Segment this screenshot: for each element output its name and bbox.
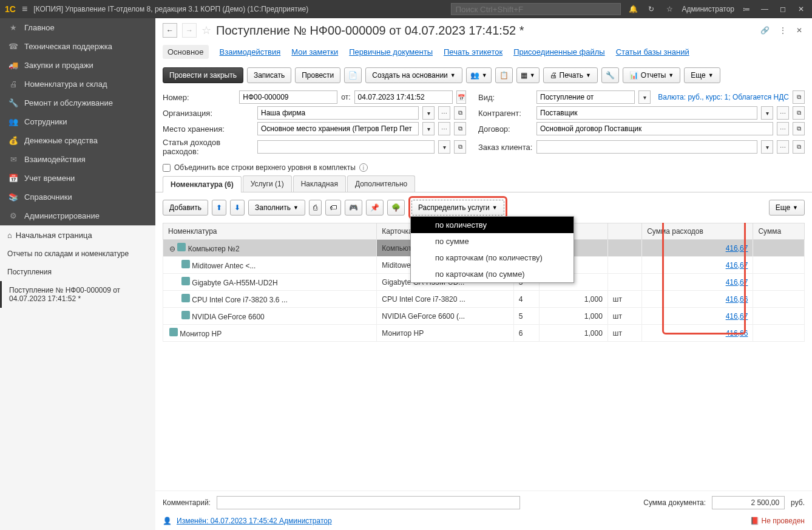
comment-input[interactable]	[217, 496, 520, 509]
settings-bars-icon[interactable]: ≔	[740, 5, 753, 13]
tools-icon-button[interactable]: 🔧	[601, 67, 619, 83]
contract-input[interactable]	[536, 122, 773, 135]
sidebar-item-6[interactable]: 💰Денежные средства	[0, 131, 155, 150]
st-open-icon[interactable]: ⧉	[454, 122, 466, 135]
kebab-icon[interactable]: ⋮	[777, 26, 789, 35]
col-header-6[interactable]: Сумма	[753, 223, 805, 240]
history-icon[interactable]: ↻	[645, 5, 657, 13]
fill-button[interactable]: Заполнить ▼	[248, 200, 305, 216]
expense-link[interactable]: 416,67	[726, 244, 748, 253]
menu-icon[interactable]: ≡	[22, 4, 27, 15]
info-icon[interactable]: i	[359, 163, 368, 172]
expand-icon[interactable]: ⧉	[793, 90, 805, 104]
move-down-button[interactable]: ⬇	[230, 200, 245, 216]
home-link[interactable]: ⌂ Начальная страница	[0, 226, 155, 245]
dropdown-item-1[interactable]: по сумме	[411, 233, 573, 250]
back-button[interactable]: ←	[163, 23, 177, 38]
linktab-2[interactable]: Мои заметки	[291, 47, 338, 56]
star-icon[interactable]: ☆	[663, 5, 675, 13]
sidebar-sub-2[interactable]: Поступление № НФ00-000009 от 04.07.2023 …	[0, 281, 155, 308]
col-header-4[interactable]	[607, 223, 641, 240]
tag-button[interactable]: 🏷	[325, 200, 341, 216]
ct-open-icon[interactable]: ⧉	[793, 122, 805, 135]
global-search-input[interactable]	[451, 3, 621, 15]
move-up-button[interactable]: ⬆	[212, 200, 226, 216]
reports-button[interactable]: 📊 Отчеты ▼	[623, 67, 680, 83]
sidebar-item-1[interactable]: ☎Техническая поддержка	[0, 37, 155, 56]
save-button[interactable]: Записать	[247, 67, 291, 83]
table-row[interactable]: Монитор HPМонитор HP61,000шт416,66	[163, 325, 805, 342]
linktab-5[interactable]: Присоединенные файлы	[513, 47, 605, 56]
print-button[interactable]: 🖨 Печать ▼	[543, 67, 598, 83]
sidebar-item-2[interactable]: 🚚Закупки и продажи	[0, 56, 155, 75]
table-row[interactable]: CPU Intel Core i7-3820 3.6 ...CPU Intel …	[163, 291, 805, 308]
sidebar-item-3[interactable]: 🖨Номенклатура и склад	[0, 75, 155, 93]
expense-link[interactable]: 416,66	[726, 329, 748, 338]
counterparty-input[interactable]	[536, 106, 757, 120]
more-button[interactable]: Еще ▼	[684, 67, 720, 83]
subtab-3[interactable]: Дополнительно	[347, 175, 415, 192]
favorite-star-icon[interactable]: ☆	[201, 24, 211, 37]
post-button[interactable]: Провести	[295, 67, 340, 83]
dropdown-item-3[interactable]: по карточкам (по сумме)	[411, 266, 573, 282]
dropdown-item-0[interactable]: по количеству	[411, 217, 573, 233]
sidebar-sub-0[interactable]: Отчеты по складам и номенклатуре	[0, 245, 155, 263]
post-and-close-button[interactable]: Провести и закрыть	[163, 67, 243, 83]
sidebar-item-10[interactable]: ⚙Администрирование	[0, 206, 155, 225]
cp-dots-icon[interactable]: ⋯	[777, 106, 789, 120]
linktab-6[interactable]: Статьи базы знаний	[616, 47, 689, 56]
sidebar-item-4[interactable]: 🔧Ремонт и обслуживание	[0, 93, 155, 112]
create-based-button[interactable]: Создать на основании ▼	[365, 67, 462, 83]
sidebar-item-5[interactable]: 👥Сотрудники	[0, 112, 155, 131]
or-dropdown-icon[interactable]: ▾	[761, 140, 773, 154]
maximize-icon[interactable]: ◻	[777, 5, 789, 13]
document-icon-button[interactable]: 📄	[344, 67, 362, 83]
expense-link[interactable]: 416,67	[726, 278, 748, 287]
st-dropdown-icon[interactable]: ▾	[422, 122, 435, 135]
expense-link[interactable]: 416,66	[726, 295, 748, 304]
storage-input[interactable]	[257, 122, 419, 135]
close-icon[interactable]: ✕	[795, 5, 807, 13]
subtab-1[interactable]: Услуги (1)	[243, 175, 292, 192]
org-open-icon[interactable]: ⧉	[454, 106, 466, 120]
sidebar-item-7[interactable]: ✉Взаимодействия	[0, 150, 155, 169]
cp-dropdown-icon[interactable]: ▾	[761, 106, 773, 120]
minimize-icon[interactable]: —	[759, 5, 771, 13]
table-row[interactable]: NVIDIA GeForce 6600NVIDIA GeForce 6600 (…	[163, 308, 805, 325]
type-dropdown-icon[interactable]: ▾	[638, 90, 651, 104]
tree-button[interactable]: 🌳	[387, 200, 405, 216]
sidebar-item-9[interactable]: 📚Справочники	[0, 188, 155, 206]
grid-icon-button[interactable]: ▦▼	[516, 67, 540, 83]
gamepad-button[interactable]: 🎮	[345, 200, 362, 216]
in-open-icon[interactable]: ⧉	[454, 140, 466, 154]
pin-button[interactable]: 📌	[366, 200, 384, 216]
users-icon-button[interactable]: 👥▼	[466, 67, 492, 83]
currency-info[interactable]: Валюта: руб., курс: 1; Облагается НДС	[654, 93, 789, 101]
or-open-icon[interactable]: ⧉	[793, 140, 805, 154]
user-label[interactable]: Администратор	[682, 5, 734, 13]
copy-icon-button[interactable]: 📋	[495, 67, 513, 83]
org-input[interactable]	[257, 106, 419, 120]
cp-open-icon[interactable]: ⧉	[793, 106, 805, 120]
col-header-0[interactable]: Номенклатура	[163, 223, 377, 240]
type-input[interactable]	[536, 90, 635, 104]
or-dots-icon[interactable]: ⋯	[777, 140, 789, 154]
linktab-3[interactable]: Первичные документы	[349, 47, 433, 56]
table-more-button[interactable]: Еще ▼	[769, 200, 805, 216]
col-header-5[interactable]: Сумма расходов	[642, 223, 753, 240]
add-button[interactable]: Добавить	[163, 200, 208, 216]
org-dots-icon[interactable]: ⋯	[438, 106, 450, 120]
st-dots-icon[interactable]: ⋯	[438, 122, 450, 135]
sidebar-sub-1[interactable]: Поступления	[0, 263, 155, 281]
number-input[interactable]	[239, 90, 337, 104]
linktab-1[interactable]: Взаимодействия	[220, 47, 281, 56]
linktab-4[interactable]: Печать этикеток	[444, 47, 502, 56]
barcode-button[interactable]: ⎙	[309, 200, 322, 216]
order-input[interactable]	[536, 140, 757, 154]
subtab-0[interactable]: Номенклатура (6)	[163, 176, 242, 192]
subtab-2[interactable]: Накладная	[293, 175, 346, 192]
calendar-icon[interactable]: 📅	[456, 90, 466, 104]
distribute-services-button[interactable]: Распределить услуги ▼	[411, 200, 504, 216]
date-input[interactable]	[354, 90, 453, 104]
changed-link[interactable]: Изменён: 04.07.2023 17:45:42 Администрат…	[177, 517, 332, 525]
